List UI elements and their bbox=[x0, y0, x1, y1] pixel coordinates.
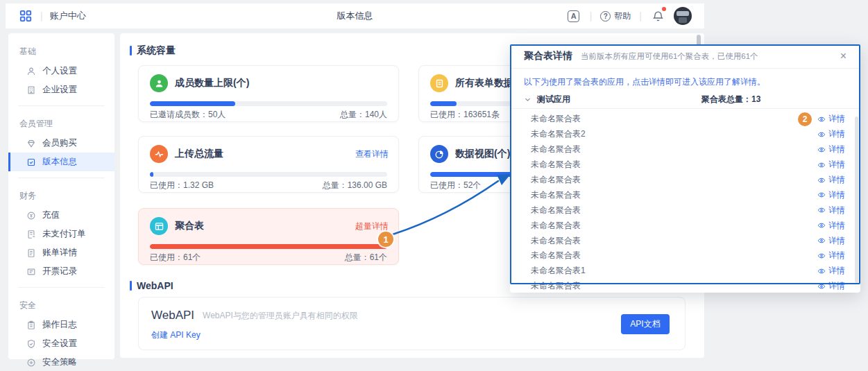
detail-link[interactable]: 详情 bbox=[817, 250, 845, 261]
member-icon bbox=[150, 74, 168, 92]
help-label: 帮助 bbox=[614, 10, 631, 22]
dialog-title: 聚合表详情 bbox=[524, 50, 572, 62]
api-docs-button[interactable]: API文档 bbox=[621, 314, 670, 334]
detail-link[interactable]: 详情 bbox=[817, 189, 845, 201]
notification-bell-icon[interactable] bbox=[650, 8, 665, 24]
card-aggregate-tables: 聚合表 超量详情 已使用：61个 总量：61个 bbox=[138, 208, 399, 265]
eye-icon bbox=[817, 115, 826, 123]
list-item: 未命名聚合表 详情 bbox=[510, 142, 860, 157]
dialog-hint: 以下为使用了聚合表的应用，点击详情即可进入该应用了解详情。 bbox=[524, 76, 765, 88]
language-icon[interactable]: A bbox=[566, 8, 581, 24]
eye-icon bbox=[817, 176, 826, 184]
sidebar-item-version-info[interactable]: 版本信息 bbox=[8, 153, 114, 171]
pie-chart-icon bbox=[430, 145, 448, 163]
over-quota-details-link[interactable]: 超量详情 bbox=[355, 221, 389, 232]
table-icon bbox=[150, 217, 168, 235]
sidebar-divider bbox=[18, 105, 105, 106]
usage-left: 已使用：52个 bbox=[430, 180, 481, 191]
list-item: 未命名聚合表2 详情 bbox=[510, 127, 860, 142]
sidebar-section-security: 安全 bbox=[8, 294, 114, 316]
eye-icon bbox=[817, 221, 826, 230]
sidebar-section-membership: 会员管理 bbox=[8, 112, 114, 134]
list-item: 未命名聚合表 详情 bbox=[510, 279, 860, 293]
detail-link[interactable]: 详情 bbox=[817, 144, 845, 155]
dialog-scrollbar[interactable] bbox=[855, 117, 858, 283]
create-api-key-link[interactable]: 创建 API Key bbox=[151, 329, 201, 341]
list-item: 未命名聚合表 详情 bbox=[510, 248, 860, 264]
header-divider: | bbox=[590, 10, 593, 21]
section-accent-bar bbox=[130, 281, 132, 291]
user-avatar[interactable] bbox=[674, 7, 692, 25]
header-divider: | bbox=[40, 10, 43, 21]
sidebar-section-finance: 财务 bbox=[8, 184, 114, 206]
card-member-limit: 成员数量上限(个) 已邀请成员数：50人 总量：140人 bbox=[138, 65, 399, 122]
help-button[interactable]: ? 帮助 bbox=[600, 10, 631, 22]
annotation-badge-1: 1 bbox=[378, 232, 393, 247]
progress-bar bbox=[150, 172, 387, 177]
sidebar-item-security-settings[interactable]: 安全设置 bbox=[8, 334, 114, 353]
log-icon bbox=[26, 320, 36, 330]
sidebar: 基础 个人设置 企业设置 会员管理 会员购买 版本信息 财务 bbox=[8, 33, 114, 359]
detail-link[interactable]: 详情 bbox=[817, 265, 845, 277]
detail-link[interactable]: 详情 bbox=[817, 128, 845, 140]
usage-right: 总量：140人 bbox=[340, 109, 387, 121]
eye-icon bbox=[817, 206, 826, 214]
card-title: 上传总流量 bbox=[175, 148, 223, 160]
app-group-name: 测试应用 bbox=[537, 94, 570, 105]
traffic-icon bbox=[150, 145, 168, 163]
usage-right: 总量：136.00 GB bbox=[323, 180, 387, 191]
detail-link[interactable]: 详情 bbox=[817, 113, 845, 125]
detail-link[interactable]: 详情 bbox=[817, 205, 845, 216]
progress-bar bbox=[150, 101, 387, 106]
sidebar-item-personal-settings[interactable]: 个人设置 bbox=[8, 62, 114, 80]
sidebar-item-invoice-records[interactable]: 开票记录 bbox=[8, 262, 114, 281]
order-icon bbox=[26, 230, 36, 239]
webapi-title: WebAPI bbox=[151, 309, 194, 322]
detail-link[interactable]: 详情 bbox=[817, 174, 845, 186]
aggregate-details-dialog: 聚合表详情 当前版本所有应用可使用61个聚合表，已使用61个 × 以下为使用了聚… bbox=[510, 44, 860, 293]
sidebar-item-enterprise-settings[interactable]: 企业设置 bbox=[8, 80, 114, 99]
bill-icon bbox=[26, 248, 36, 258]
list-item: 未命名聚合表 详情 bbox=[510, 202, 860, 218]
detail-link[interactable]: 详情 bbox=[817, 159, 845, 171]
usage-left: 已使用：1.32 GB bbox=[150, 180, 214, 191]
sidebar-item-bill-details[interactable]: 账单详情 bbox=[8, 243, 114, 262]
shield-icon bbox=[26, 339, 36, 349]
detail-link[interactable]: 详情 bbox=[817, 220, 845, 232]
sidebar-item-member-purchase[interactable]: 会员购买 bbox=[8, 134, 114, 153]
sidebar-divider bbox=[18, 178, 105, 178]
app-group-row[interactable]: 测试应用 聚合表总量：13 bbox=[510, 90, 860, 109]
sidebar-item-recharge[interactable]: 充值 bbox=[8, 206, 114, 225]
eye-icon bbox=[817, 161, 826, 169]
eye-icon bbox=[817, 146, 826, 154]
eye-icon bbox=[817, 267, 826, 275]
sidebar-item-security-policy[interactable]: 安全策略 bbox=[8, 353, 114, 371]
webapi-card: WebAPI WebAPI与您的管理员账户具有相同的权限 创建 API Key … bbox=[138, 297, 686, 350]
policy-icon bbox=[26, 358, 36, 368]
section-accent-bar bbox=[130, 46, 132, 55]
notification-dot bbox=[662, 7, 666, 11]
list-item: 未命名聚合表 2 详情 bbox=[510, 112, 860, 127]
usage-left: 已使用：61个 bbox=[150, 252, 201, 264]
detail-link[interactable]: 详情 bbox=[817, 280, 845, 292]
app-grid-icon[interactable] bbox=[18, 8, 33, 24]
sidebar-divider bbox=[18, 287, 105, 288]
usage-left: 已邀请成员数：50人 bbox=[150, 109, 225, 121]
diamond-icon bbox=[26, 139, 36, 148]
sidebar-section-basic: 基础 bbox=[8, 40, 114, 62]
version-icon bbox=[26, 157, 36, 167]
sidebar-item-unpaid-orders[interactable]: 未支付订单 bbox=[8, 225, 114, 243]
app-group-total: 聚合表总量：13 bbox=[701, 94, 760, 105]
eye-icon bbox=[817, 191, 826, 199]
form-icon bbox=[430, 74, 448, 92]
sidebar-item-operation-logs[interactable]: 操作日志 bbox=[8, 316, 114, 334]
view-details-link[interactable]: 查看详情 bbox=[355, 148, 389, 160]
building-icon bbox=[26, 85, 36, 95]
list-item: 未命名聚合表 详情 bbox=[510, 233, 860, 248]
eye-icon bbox=[817, 282, 826, 291]
detail-link[interactable]: 详情 bbox=[817, 235, 845, 247]
list-item: 未命名聚合表 详情 bbox=[510, 173, 860, 188]
close-icon[interactable]: × bbox=[840, 51, 846, 62]
eye-icon bbox=[817, 130, 826, 139]
list-item: 未命名聚合表 详情 bbox=[510, 157, 860, 173]
